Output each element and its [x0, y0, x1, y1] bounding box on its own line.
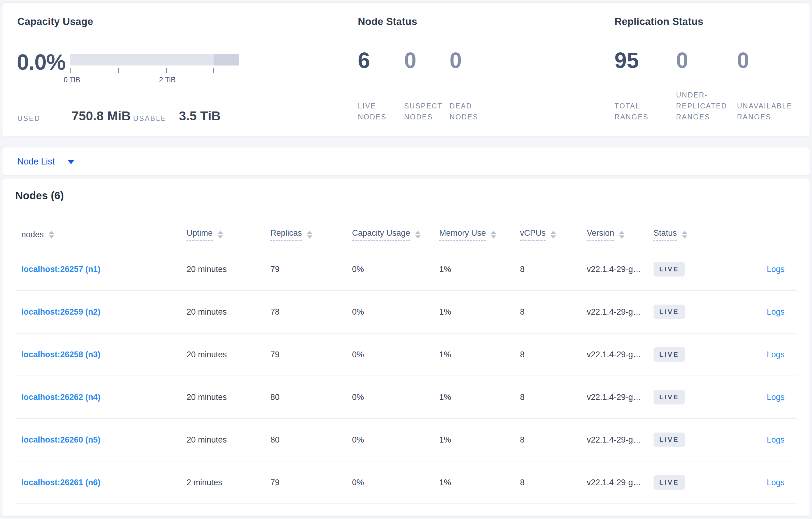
table-row: localhost:26262 (n4) 20 minutes 80 0% 1%… — [15, 376, 797, 419]
node-link[interactable]: localhost:26257 (n1) — [21, 265, 100, 274]
total-ranges-value: 95 — [614, 49, 665, 71]
suspect-nodes-stat: 0 SUSPECT NODES — [404, 49, 441, 122]
column-header-nodes[interactable]: nodes — [21, 230, 186, 239]
logs-link[interactable]: Logs — [766, 350, 785, 359]
axis-tick — [166, 68, 167, 73]
status-badge: LIVE — [654, 347, 685, 362]
table-row: localhost:26257 (n1) 20 minutes 79 0% 1%… — [15, 248, 797, 291]
under-replicated-ranges-value: 0 — [676, 49, 728, 71]
node-status-title: Node Status — [358, 16, 417, 27]
sort-icon — [682, 231, 687, 239]
sort-icon — [415, 231, 420, 239]
vcpus-cell: 8 — [520, 265, 587, 274]
node-list-bar: Node List — [2, 147, 810, 176]
status-badge: LIVE — [654, 390, 685, 404]
column-header-uptime[interactable]: Uptime — [186, 228, 270, 241]
uptime-cell: 20 minutes — [186, 435, 270, 445]
node-list-dropdown[interactable]: Node List — [18, 157, 75, 166]
uptime-cell: 2 minutes — [186, 478, 270, 487]
dead-nodes-value: 0 — [450, 49, 492, 71]
uptime-cell: 20 minutes — [186, 350, 270, 359]
column-header-replicas[interactable]: Replicas — [270, 228, 352, 241]
unavailable-ranges-value: 0 — [737, 49, 798, 71]
live-nodes-value: 6 — [358, 49, 396, 71]
table-header-row: nodes Uptime Replicas Capacity Usage Mem… — [15, 221, 797, 248]
version-cell: v22.1.4-29-g… — [587, 307, 654, 317]
node-link[interactable]: localhost:26258 (n3) — [21, 350, 100, 359]
memory-cell: 1% — [439, 393, 520, 402]
logs-link[interactable]: Logs — [766, 435, 785, 445]
node-link[interactable]: localhost:26259 (n2) — [21, 307, 100, 316]
column-header-capacity-usage[interactable]: Capacity Usage — [352, 228, 439, 241]
logs-link[interactable]: Logs — [766, 478, 785, 487]
uptime-cell: 20 minutes — [186, 393, 270, 402]
capacity-usage-title: Capacity Usage — [18, 16, 93, 27]
node-list-dropdown-label: Node List — [18, 157, 55, 166]
logs-link[interactable]: Logs — [766, 307, 785, 316]
replicas-cell: 80 — [270, 435, 352, 445]
node-link[interactable]: localhost:26261 (n6) — [21, 478, 100, 487]
used-value: 750.8 MiB — [71, 110, 131, 122]
replicas-cell: 78 — [270, 307, 352, 317]
status-badge: LIVE — [654, 262, 685, 277]
table-row: localhost:26261 (n6) 2 minutes 79 0% 1% … — [15, 461, 797, 504]
replicas-cell: 80 — [270, 393, 352, 402]
memory-cell: 1% — [439, 435, 520, 445]
capacity-cell: 0% — [352, 393, 439, 402]
status-badge: LIVE — [654, 305, 685, 319]
node-link[interactable]: localhost:26262 (n4) — [21, 393, 100, 402]
suspect-nodes-label: SUSPECT NODES — [404, 100, 441, 122]
column-label: Replicas — [270, 228, 302, 241]
dead-nodes-stat: 0 DEAD NODES — [450, 49, 492, 122]
usable-value: 3.5 TiB — [179, 110, 221, 122]
total-ranges-label: TOTAL RANGES — [614, 100, 665, 122]
axis-tick — [70, 68, 71, 73]
replicas-cell: 79 — [270, 265, 352, 274]
column-label: Memory Use — [439, 228, 486, 241]
vcpus-cell: 8 — [520, 307, 587, 317]
live-nodes-stat: 6 LIVE NODES — [358, 49, 396, 122]
dead-nodes-label: DEAD NODES — [450, 100, 492, 122]
capacity-usage-bar — [70, 54, 239, 65]
vcpus-cell: 8 — [520, 478, 587, 487]
sort-icon — [307, 231, 313, 239]
memory-cell: 1% — [439, 307, 520, 317]
axis-tick — [213, 68, 214, 73]
version-cell: v22.1.4-29-g… — [587, 393, 654, 402]
version-cell: v22.1.4-29-g… — [587, 350, 654, 359]
axis-tick-label: 2 TiB — [149, 75, 185, 84]
under-replicated-ranges-stat: 0 UNDER-REPLICATED RANGES — [676, 49, 728, 122]
column-label: Uptime — [186, 228, 213, 241]
live-nodes-label: LIVE NODES — [358, 100, 396, 122]
status-badge: LIVE — [654, 475, 685, 490]
column-header-version[interactable]: Version — [587, 228, 654, 241]
table-row: localhost:26260 (n5) 20 minutes 80 0% 1%… — [15, 419, 797, 461]
version-cell: v22.1.4-29-g… — [587, 478, 654, 487]
column-header-status[interactable]: Status — [654, 228, 730, 241]
nodes-table-title: Nodes (6) — [15, 189, 797, 202]
suspect-nodes-value: 0 — [404, 49, 441, 71]
sort-icon — [619, 231, 625, 239]
sort-icon — [550, 231, 556, 239]
sort-icon — [491, 231, 496, 239]
column-label: Capacity Usage — [352, 228, 410, 241]
memory-cell: 1% — [439, 350, 520, 359]
logs-link[interactable]: Logs — [766, 265, 785, 274]
column-label: Version — [587, 228, 614, 241]
sort-icon — [49, 231, 54, 239]
replicas-cell: 79 — [270, 350, 352, 359]
sort-icon — [218, 231, 223, 239]
replication-status-title: Replication Status — [614, 16, 703, 27]
capacity-bar-usable-segment — [70, 54, 214, 65]
capacity-bar-other-segment — [214, 54, 239, 65]
memory-cell: 1% — [439, 478, 520, 487]
node-link[interactable]: localhost:26260 (n5) — [21, 435, 100, 445]
total-ranges-stat: 95 TOTAL RANGES — [614, 49, 665, 122]
logs-link[interactable]: Logs — [766, 393, 785, 402]
column-header-memory-use[interactable]: Memory Use — [439, 228, 520, 241]
column-header-vcpus[interactable]: vCPUs — [520, 228, 587, 241]
vcpus-cell: 8 — [520, 350, 587, 359]
cluster-summary-panel: Capacity Usage 0.0% 0 TiB 2 TiB USED 750… — [2, 2, 810, 137]
replicas-cell: 79 — [270, 478, 352, 487]
table-row: localhost:26259 (n2) 20 minutes 78 0% 1%… — [15, 291, 797, 334]
